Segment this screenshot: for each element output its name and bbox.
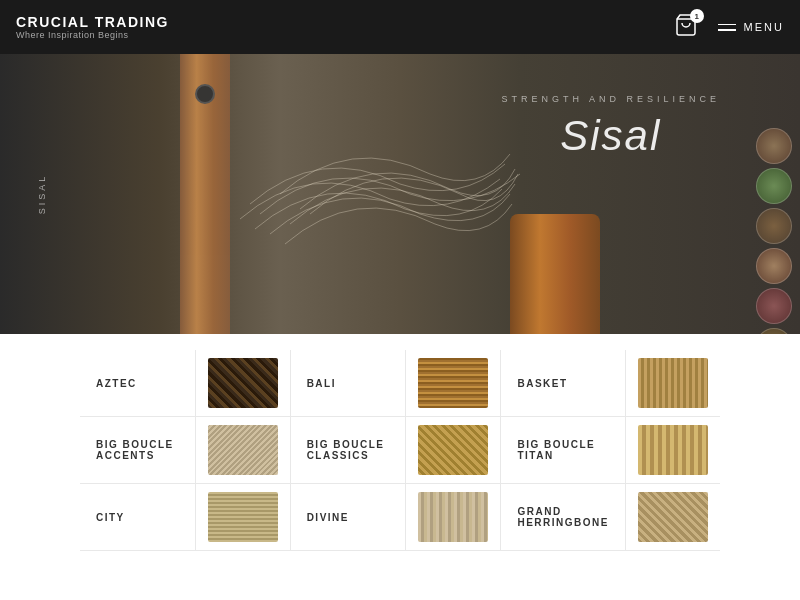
hero-content: STRENGTH AND RESILIENCE Sisal xyxy=(501,94,720,160)
texture-preview xyxy=(208,492,278,542)
material-icon-4[interactable] xyxy=(756,248,792,284)
product-image-cell[interactable] xyxy=(625,484,720,551)
texture-preview xyxy=(418,358,488,408)
product-image-cell[interactable] xyxy=(406,417,501,484)
cart-button[interactable]: 1 xyxy=(674,13,698,41)
product-name-cell[interactable]: GRAND HERRINGBONE xyxy=(501,484,626,551)
material-icon-3[interactable] xyxy=(756,208,792,244)
menu-button[interactable]: MENU xyxy=(718,21,784,33)
product-image-cell[interactable] xyxy=(625,350,720,417)
product-image-cell[interactable] xyxy=(406,484,501,551)
table-row: CITYDIVINEGRAND HERRINGBONE xyxy=(80,484,720,551)
product-name-cell[interactable]: CITY xyxy=(80,484,195,551)
logo[interactable]: CRUCIAL TRADING Where Inspiration Begins xyxy=(16,14,169,40)
product-grid-section: AZTECBALIBASKETBIG BOUCLE ACCENTSBIG BOU… xyxy=(0,334,800,600)
logo-title: CRUCIAL TRADING xyxy=(16,14,169,30)
texture-preview xyxy=(638,492,708,542)
header: CRUCIAL TRADING Where Inspiration Begins… xyxy=(0,0,800,54)
basket-decoration xyxy=(510,214,600,334)
cart-badge: 1 xyxy=(690,9,704,23)
fiber-svg xyxy=(230,114,530,314)
hero-section: SISAL STRENGTH AND RESILIENCE Sisal xyxy=(0,54,800,334)
product-table: AZTECBALIBASKETBIG BOUCLE ACCENTSBIG BOU… xyxy=(80,350,720,551)
texture-preview xyxy=(638,358,708,408)
hero-eyebrow: STRENGTH AND RESILIENCE xyxy=(501,94,720,104)
product-name-cell[interactable]: AZTEC xyxy=(80,350,195,417)
material-icon-1[interactable] xyxy=(756,128,792,164)
product-image-cell[interactable] xyxy=(625,417,720,484)
product-name-cell[interactable]: BIG BOUCLE CLASSICS xyxy=(290,417,406,484)
fiber-decoration xyxy=(230,114,530,314)
product-image-cell[interactable] xyxy=(195,350,290,417)
hamburger-icon xyxy=(718,24,736,31)
hero-side-label: SISAL xyxy=(37,174,47,215)
logo-subtitle: Where Inspiration Begins xyxy=(16,30,169,40)
material-icon-5[interactable] xyxy=(756,288,792,324)
texture-preview xyxy=(418,492,488,542)
product-image-cell[interactable] xyxy=(195,417,290,484)
texture-preview xyxy=(208,358,278,408)
product-name-cell[interactable]: BASKET xyxy=(501,350,626,417)
material-icon-2[interactable] xyxy=(756,168,792,204)
texture-preview xyxy=(638,425,708,475)
texture-preview xyxy=(418,425,488,475)
material-icons xyxy=(756,128,792,334)
product-name-cell[interactable]: BALI xyxy=(290,350,406,417)
product-name-cell[interactable]: BIG BOUCLE TITAN xyxy=(501,417,626,484)
product-name-cell[interactable]: DIVINE xyxy=(290,484,406,551)
product-image-cell[interactable] xyxy=(195,484,290,551)
menu-label: MENU xyxy=(744,21,784,33)
product-name-cell[interactable]: BIG BOUCLE ACCENTS xyxy=(80,417,195,484)
texture-preview xyxy=(208,425,278,475)
header-right: 1 MENU xyxy=(674,13,784,41)
hero-title: Sisal xyxy=(501,112,720,160)
table-row: BIG BOUCLE ACCENTSBIG BOUCLE CLASSICSBIG… xyxy=(80,417,720,484)
product-image-cell[interactable] xyxy=(406,350,501,417)
table-row: AZTECBALIBASKET xyxy=(80,350,720,417)
ruler-decoration xyxy=(180,54,230,334)
